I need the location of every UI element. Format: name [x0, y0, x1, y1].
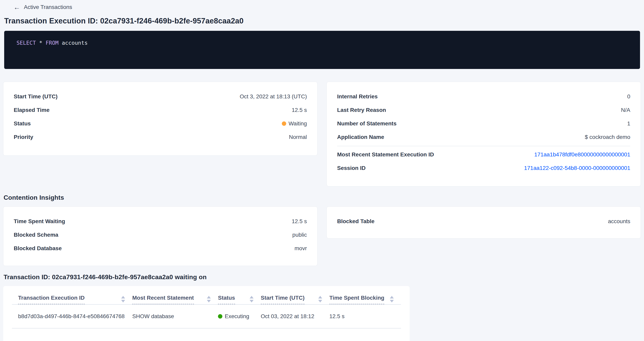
priority-value: Normal	[289, 134, 307, 140]
table-row: b8d7d03a-d497-446b-8474-e50846674768 SHO…	[12, 305, 401, 329]
sql-statement-box: SELECT * FROM accounts	[4, 31, 640, 69]
time-spent-waiting-value: 12.5 s	[292, 218, 307, 225]
blocked-schema-label: Blocked Schema	[14, 232, 58, 238]
blocked-schema-value: public	[292, 232, 307, 238]
column-header-status[interactable]: Status	[218, 295, 261, 304]
cell-status-text: Executing	[225, 313, 249, 320]
column-header-label[interactable]: Transaction Execution ID	[18, 295, 85, 304]
start-time-value: Oct 3, 2022 at 18:13 (UTC)	[240, 93, 307, 100]
column-header-label[interactable]: Time Spent Blocking	[329, 295, 384, 304]
application-name-label: Application Name	[337, 134, 384, 140]
column-header-label[interactable]: Most Recent Statement	[132, 295, 194, 304]
elapsed-time-value: 12.5 s	[292, 107, 307, 113]
number-of-statements-value: 1	[627, 120, 630, 127]
last-retry-reason-value: N/A	[621, 107, 630, 113]
column-header-transaction-execution-id[interactable]: Transaction Execution ID	[18, 295, 132, 304]
waiting-on-table-card: Transaction Execution ID Most Recent Sta…	[3, 286, 410, 341]
waiting-on-heading: Transaction ID: 02ca7931-f246-469b-b2fe-…	[4, 274, 641, 281]
elapsed-time-row: Elapsed Time 12.5 s	[14, 103, 307, 117]
sql-keyword-from: FROM	[46, 40, 58, 46]
elapsed-time-label: Elapsed Time	[14, 107, 50, 113]
session-id-link[interactable]: 171aa122-c092-54b8-0000-000000000001	[524, 165, 630, 171]
status-label: Status	[14, 120, 31, 127]
sql-table-name: accounts	[62, 40, 88, 46]
priority-label: Priority	[14, 134, 33, 140]
session-id-row: Session ID 171aa122-c092-54b8-0000-00000…	[337, 161, 630, 175]
cell-start-time: Oct 03, 2022 at 18:12	[261, 313, 329, 320]
blocked-database-row: Blocked Database movr	[14, 242, 307, 255]
status-waiting-dot-icon	[282, 121, 286, 126]
sort-icon[interactable]	[207, 296, 211, 303]
last-retry-reason-row: Last Retry Reason N/A	[337, 103, 630, 117]
transaction-details-page: ← Active Transactions Transaction Execut…	[0, 0, 644, 341]
column-header-time-spent-blocking[interactable]: Time Spent Blocking	[329, 295, 401, 304]
status-row: Status Waiting	[14, 117, 307, 130]
status-value: Waiting	[282, 120, 307, 127]
time-spent-waiting-row: Time Spent Waiting 12.5 s	[14, 215, 307, 228]
number-of-statements-label: Number of Statements	[337, 120, 396, 127]
statement-execution-id-label: Most Recent Statement Execution ID	[337, 151, 434, 158]
column-header-label[interactable]: Status	[218, 295, 235, 304]
blocked-table-row: Blocked Table accounts	[337, 215, 630, 228]
status-value-text: Waiting	[288, 120, 307, 127]
column-header-most-recent-statement[interactable]: Most Recent Statement	[132, 295, 218, 304]
back-link-label[interactable]: Active Transactions	[24, 4, 72, 10]
start-time-label: Start Time (UTC)	[14, 93, 58, 100]
application-name-value: $ cockroach demo	[585, 134, 630, 140]
blocked-table-card: Blocked Table accounts	[326, 206, 641, 239]
blocked-table-label: Blocked Table	[337, 218, 374, 225]
summary-cards-row: Start Time (UTC) Oct 3, 2022 at 18:13 (U…	[3, 82, 641, 186]
contention-cards-row: Time Spent Waiting 12.5 s Blocked Schema…	[3, 206, 641, 266]
sort-icon[interactable]	[250, 296, 254, 303]
status-executing-dot-icon	[218, 314, 222, 319]
last-retry-reason-label: Last Retry Reason	[337, 107, 386, 113]
statement-summary-card: Internal Retries 0 Last Retry Reason N/A…	[326, 82, 641, 186]
sql-star: *	[39, 40, 42, 46]
sort-icon[interactable]	[390, 296, 394, 303]
blocked-database-value: movr	[294, 245, 307, 252]
number-of-statements-row: Number of Statements 1	[337, 117, 630, 130]
internal-retries-value: 0	[627, 93, 630, 100]
blocked-schema-row: Blocked Schema public	[14, 228, 307, 242]
contention-insights-heading: Contention Insights	[4, 194, 641, 201]
application-name-row: Application Name $ cockroach demo	[337, 130, 630, 144]
priority-row: Priority Normal	[14, 130, 307, 144]
contention-details-card: Time Spent Waiting 12.5 s Blocked Schema…	[3, 206, 318, 266]
sql-keyword-select: SELECT	[16, 40, 36, 46]
column-header-label[interactable]: Start Time (UTC)	[261, 295, 304, 304]
page-title: Transaction Execution ID: 02ca7931-f246-…	[4, 17, 641, 25]
card-divider	[337, 146, 630, 146]
statement-execution-id-row: Most Recent Statement Execution ID 171aa…	[337, 148, 630, 161]
time-spent-waiting-label: Time Spent Waiting	[14, 218, 65, 225]
internal-retries-row: Internal Retries 0	[337, 90, 630, 103]
cell-time-spent-blocking: 12.5 s	[329, 313, 401, 320]
sort-icon[interactable]	[318, 296, 322, 303]
cell-status: Executing	[218, 313, 261, 320]
column-header-start-time[interactable]: Start Time (UTC)	[261, 295, 329, 304]
blocked-table-value: accounts	[608, 218, 630, 225]
cell-transaction-execution-id: b8d7d03a-d497-446b-8474-e50846674768	[18, 313, 132, 320]
start-time-row: Start Time (UTC) Oct 3, 2022 at 18:13 (U…	[14, 90, 307, 103]
session-id-label: Session ID	[337, 165, 366, 171]
back-arrow-icon[interactable]: ←	[14, 4, 20, 10]
transaction-summary-card: Start Time (UTC) Oct 3, 2022 at 18:13 (U…	[3, 82, 318, 156]
cell-most-recent-statement: SHOW database	[132, 313, 218, 320]
blocked-database-label: Blocked Database	[14, 245, 62, 252]
internal-retries-label: Internal Retries	[337, 93, 378, 100]
back-link[interactable]: ← Active Transactions	[3, 3, 641, 11]
statement-execution-id-link[interactable]: 171aa1b478fdf0e80000000000000001	[534, 151, 630, 158]
sort-icon[interactable]	[121, 296, 125, 303]
waiting-table-header: Transaction Execution ID Most Recent Sta…	[12, 295, 401, 305]
